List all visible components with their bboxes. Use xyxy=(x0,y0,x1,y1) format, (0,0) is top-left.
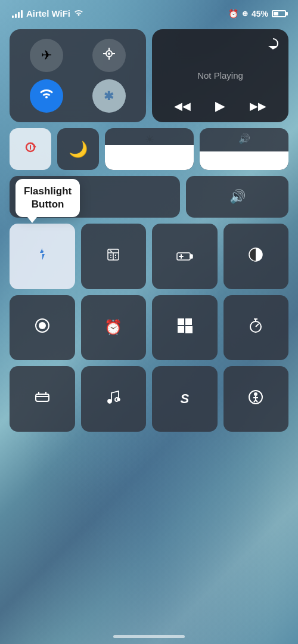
top-row: ✈ xyxy=(10,29,288,122)
now-playing-label: Not Playing xyxy=(162,66,279,85)
rotation-lock-button[interactable] xyxy=(10,128,51,170)
music-icon xyxy=(105,389,121,408)
battery-icon xyxy=(272,10,286,17)
grayscale-icon xyxy=(247,246,264,267)
cellular-button[interactable] xyxy=(92,39,126,72)
sleep-icon xyxy=(35,391,50,407)
volume-fill xyxy=(200,151,288,171)
signal-bar-3 xyxy=(18,12,20,18)
battery-mode-icon xyxy=(176,248,193,265)
do-not-disturb-button[interactable]: 🌙 xyxy=(57,128,99,170)
brightness-icon: ☀ xyxy=(145,133,154,146)
status-right: ⏰ ⊕ 45% xyxy=(228,9,286,18)
middle-row: 🌙 ☀ 🔊 xyxy=(10,128,288,170)
qr-icon xyxy=(177,318,193,337)
svg-point-1 xyxy=(108,52,110,55)
status-bar: Airtel WiFi ⏰ ⊕ 45% xyxy=(0,0,298,23)
svg-line-42 xyxy=(256,324,259,327)
low-power-button[interactable] xyxy=(152,224,218,289)
volume-button[interactable]: 🔊 xyxy=(186,176,288,218)
music-button[interactable] xyxy=(81,366,147,432)
svg-rect-10 xyxy=(21,191,30,199)
grayscale-button[interactable] xyxy=(224,224,289,289)
volume-slider[interactable]: 🔊 xyxy=(200,128,288,170)
svg-rect-36 xyxy=(179,320,182,323)
location-icon: ⊕ xyxy=(242,10,248,18)
screen-vol-row: Screen Mirror 🔊 xyxy=(10,176,288,218)
svg-rect-33 xyxy=(190,327,192,329)
next-button[interactable]: ▶▶ xyxy=(250,100,266,113)
qr-scanner-button[interactable] xyxy=(152,295,218,361)
svg-line-53 xyxy=(254,400,256,402)
airplay-icon[interactable] xyxy=(267,38,279,52)
control-center: ✈ xyxy=(10,29,288,432)
prev-button[interactable]: ◀◀ xyxy=(174,100,191,113)
airplane-mode-button[interactable]: ✈ xyxy=(30,39,63,72)
home-indicator[interactable] xyxy=(113,635,185,638)
cellular-icon xyxy=(102,47,116,64)
connectivity-panel: ✈ xyxy=(10,29,146,122)
calculator-button[interactable] xyxy=(81,224,147,289)
alarm-button[interactable]: ⏰ xyxy=(81,295,147,361)
now-playing-panel: Not Playing ◀◀ ▶ ▶▶ xyxy=(152,29,288,122)
rotation-icon xyxy=(22,139,39,160)
svg-point-48 xyxy=(108,400,111,402)
screen-mirror-button[interactable]: Screen Mirror xyxy=(10,176,180,218)
brightness-fill xyxy=(105,145,194,170)
wifi-icon xyxy=(74,8,83,18)
svg-line-20 xyxy=(110,250,112,252)
signal-bars xyxy=(12,10,23,18)
carrier-label: Airtel WiFi xyxy=(26,8,70,18)
svg-point-50 xyxy=(254,393,257,395)
screen-record-button[interactable] xyxy=(10,295,75,361)
status-left: Airtel WiFi xyxy=(12,8,83,18)
bluetooth-button[interactable]: ✱ xyxy=(92,79,126,113)
grid-row-1: Flashlight Button xyxy=(10,224,288,289)
alarm-icon: ⏰ xyxy=(228,9,238,18)
flashlight-icon xyxy=(36,247,49,266)
volume-speaker-icon: 🔊 xyxy=(229,189,246,205)
svg-rect-22 xyxy=(190,255,193,258)
wifi-toggle-icon xyxy=(39,88,54,104)
svg-rect-38 xyxy=(179,328,182,331)
grid-row-2: ⏰ xyxy=(10,295,288,361)
svg-point-47 xyxy=(117,398,120,401)
accessibility-icon xyxy=(248,389,263,408)
accessibility-button[interactable] xyxy=(224,366,289,432)
playback-controls: ◀◀ ▶ ▶▶ xyxy=(162,98,279,114)
svg-rect-32 xyxy=(186,327,188,329)
brightness-slider[interactable]: ☀ xyxy=(105,128,194,170)
signal-bar-4 xyxy=(21,10,23,18)
signal-bar-1 xyxy=(12,16,14,18)
airplane-icon: ✈ xyxy=(41,48,52,63)
wifi-button[interactable] xyxy=(30,79,63,113)
timer-button[interactable] xyxy=(224,295,289,361)
screen-record-icon xyxy=(34,317,51,338)
sleep-button[interactable] xyxy=(10,366,75,432)
svg-rect-34 xyxy=(186,330,188,333)
svg-line-54 xyxy=(256,400,257,402)
shazam-button[interactable]: S xyxy=(152,366,218,432)
svg-rect-35 xyxy=(190,330,192,333)
svg-rect-37 xyxy=(187,320,190,323)
svg-point-11 xyxy=(41,250,44,253)
moon-icon: 🌙 xyxy=(69,140,88,159)
signal-bar-2 xyxy=(15,14,17,18)
shazam-icon: S xyxy=(180,391,189,407)
svg-rect-43 xyxy=(36,394,49,401)
screen-mirror-label: Screen Mirror xyxy=(39,187,62,206)
screen-mirror-icon xyxy=(18,188,33,205)
bluetooth-icon: ✱ xyxy=(104,89,114,103)
flashlight-button[interactable]: Flashlight Button xyxy=(10,224,75,289)
calculator-icon xyxy=(106,247,120,265)
alarm-clock-icon: ⏰ xyxy=(104,319,122,336)
svg-point-28 xyxy=(39,322,46,329)
grid-row-3: S xyxy=(10,366,288,432)
play-button[interactable]: ▶ xyxy=(215,98,225,114)
volume-icon: 🔊 xyxy=(238,133,250,144)
timer-icon xyxy=(248,318,263,337)
battery-percent: 45% xyxy=(252,9,268,18)
now-playing-top xyxy=(162,38,279,52)
